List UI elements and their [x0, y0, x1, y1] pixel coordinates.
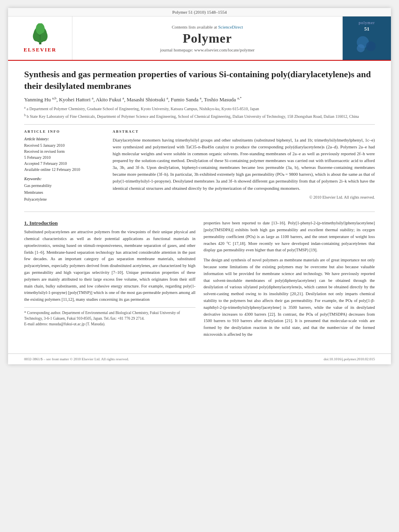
received-date: Received 5 January 2010: [24, 142, 105, 148]
abstract-text: Diarylacetylene monomers having trimethy…: [113, 137, 375, 191]
keyword-3: Polyacetylene: [24, 196, 105, 203]
authors-text: Yanming Hu a,b, Kyohei Hattori a, Akito …: [24, 97, 242, 103]
affiliation-b: b b State Key Laboratory of Fine Chemica…: [24, 113, 375, 119]
journal-header: ELSEVIER Contents lists available at Sci…: [8, 16, 391, 61]
footnote-star: * Corresponding author. Department of En…: [24, 310, 195, 322]
article-info-column: ARTICLE INFO Article history: Received 5…: [24, 129, 105, 207]
intro-title: Introduction: [29, 220, 58, 226]
svg-point-9: [366, 41, 376, 51]
journal-homepage-text: journal homepage: www.elsevier.com/locat…: [160, 47, 255, 52]
polymer-badge-image: [355, 34, 379, 54]
intro-paragraph-1: Substituted polyacetylenes are attractiv…: [24, 229, 195, 303]
affiliation-a: a a Department of Polymer Chemistry, Gra…: [24, 105, 375, 112]
history-label: Article history:: [24, 137, 105, 141]
intro-heading: 1. Introduction: [24, 220, 195, 226]
authors-line: Yanming Hu a,b, Kyohei Hattori a, Akito …: [24, 96, 375, 103]
body-right-col: properties have been reported to date [1…: [204, 220, 375, 341]
intro-paragraph-3: The design and synthesis of novel polyme…: [204, 257, 375, 338]
elsevier-tree-icon: [28, 23, 52, 45]
footer-bar: 0032-3861/$ – see front matter © 2010 El…: [8, 353, 391, 364]
copyright-text: © 2010 Elsevier Ltd. All rights reserved…: [113, 195, 375, 199]
citation-bar: Polymer 51 (2010) 1548–1554: [8, 8, 391, 16]
article-info-heading: ARTICLE INFO: [24, 129, 105, 134]
footer-left: 0032-3861/$ – see front matter © 2010 El…: [24, 357, 129, 361]
info-abstract-section: ARTICLE INFO Article history: Received 5…: [24, 129, 375, 207]
elsevier-label: ELSEVIER: [24, 47, 57, 53]
page: Polymer 51 (2010) 1548–1554 ELSEVIER: [8, 8, 391, 364]
revised-label: Received in revised form: [24, 148, 105, 154]
intro-number: 1.: [24, 220, 28, 226]
polymer-badge-subtitle: polymer: [359, 21, 375, 25]
keyword-1: Gas permeability: [24, 182, 105, 189]
footnote-email: E-mail address: masuda@fukui-ut.ac.jp (T…: [24, 321, 195, 327]
footer-right: doi:10.1016/j.polymer.2010.02.015: [324, 357, 375, 361]
elsevier-logo: ELSEVIER: [24, 23, 57, 53]
polymer-badge-number: 51: [364, 26, 370, 32]
article-history-group: Article history: Received 5 January 2010…: [24, 137, 105, 173]
keyword-2: Membranes: [24, 189, 105, 196]
main-content: Synthesis and gas permeation properties …: [8, 61, 391, 353]
body-section: 1. Introduction Substituted polyacetylen…: [24, 220, 375, 341]
article-title: Synthesis and gas permeation properties …: [24, 69, 375, 92]
abstract-column: ABSTRACT Diarylacetylene monomers having…: [113, 129, 375, 207]
sciencedirect-link[interactable]: ScienceDirect: [218, 25, 243, 29]
sciencedirect-line: Contents lists available at ScienceDirec…: [172, 25, 243, 29]
divider-1: [24, 124, 375, 125]
revised-date: 5 February 2010: [24, 154, 105, 160]
footnote-area: * Corresponding author. Department of En…: [24, 307, 195, 327]
svg-point-10: [357, 44, 365, 52]
divider-2: [24, 212, 375, 212]
keywords-group: Keywords: Gas permeability Membranes Pol…: [24, 177, 105, 203]
publisher-logo-area: ELSEVIER: [8, 16, 72, 60]
svg-point-4: [36, 23, 45, 35]
abstract-heading: ABSTRACT: [113, 129, 375, 134]
intro-paragraph-2: properties have been reported to date [1…: [204, 220, 375, 254]
available-date: Available online 12 February 2010: [24, 166, 105, 173]
polymer-badge: polymer 51: [343, 16, 391, 60]
citation-text: Polymer 51 (2010) 1548–1554: [172, 10, 226, 14]
body-left-col: 1. Introduction Substituted polyacetylen…: [24, 220, 195, 341]
journal-info-center: Contents lists available at ScienceDirec…: [72, 16, 343, 60]
journal-badge-area: polymer 51: [343, 16, 391, 60]
keywords-label: Keywords:: [24, 177, 105, 181]
accepted-date: Accepted 7 February 2010: [24, 160, 105, 166]
sciencedirect-prefix: Contents lists available at: [172, 25, 217, 29]
journal-name-heading: Polymer: [183, 31, 232, 46]
